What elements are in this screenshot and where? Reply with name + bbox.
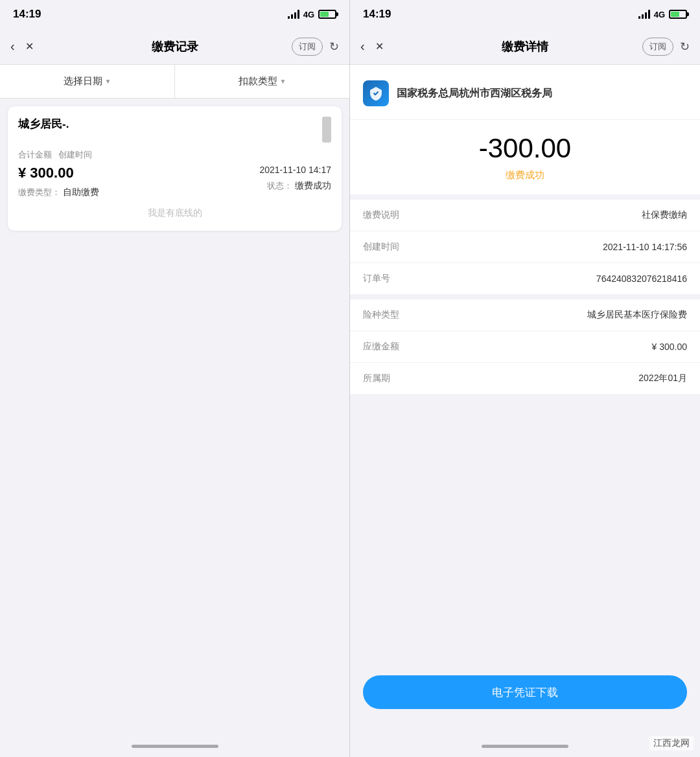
right-back-button[interactable]: ‹ [360, 39, 365, 54]
detail-item-time: 创建时间 2021-11-10 14:17:56 [350, 231, 700, 263]
network-label: 4G [303, 10, 314, 19]
right-network-label: 4G [654, 10, 665, 19]
left-refresh-button[interactable]: ↻ [329, 40, 339, 54]
detail-item-period: 所属期 2022年01月 [350, 363, 700, 394]
detail-label-time: 创建时间 [363, 241, 415, 253]
right-status-bar: 14:19 4G [350, 0, 700, 29]
detail-item-desc: 缴费说明 社保费缴纳 [350, 200, 700, 231]
pay-type-value: 自助缴费 [63, 187, 99, 198]
left-panel: 14:19 4G ‹ ✕ 缴费记录 订阅 ↻ 选择日期 [0, 0, 350, 757]
detail-value-instype: 城乡居民基本医疗保险费 [587, 309, 687, 321]
right-nav-title: 缴费详情 [502, 39, 548, 54]
right-nav-bar: ‹ ✕ 缴费详情 订阅 ↻ [350, 29, 700, 65]
detail-label-desc: 缴费说明 [363, 209, 415, 221]
record-card[interactable]: 城乡居民-. 合计金额 创建时间 ¥ 300.00 缴费类型： 自助缴费 202… [8, 106, 342, 231]
detail-label-period: 所属期 [363, 373, 415, 384]
detail-value-order: 764240832076218416 [596, 274, 687, 284]
signal-icon [288, 10, 299, 19]
right-status-icons: 4G [638, 10, 687, 19]
card-meta: ¥ 300.00 缴费类型： 自助缴费 2021-11-10 14:17 状态：… [18, 165, 331, 198]
card-thumb [322, 117, 331, 143]
left-close-button[interactable]: ✕ [25, 40, 34, 52]
left-home-indicator [0, 735, 349, 757]
filter-bar: 选择日期 ▼ 扣款类型 ▼ [0, 65, 349, 99]
left-nav-right: 订阅 ↻ [292, 38, 339, 56]
detail-item-order: 订单号 764240832076218416 [350, 263, 700, 294]
amount-label: 合计金额 [18, 149, 52, 161]
detail-pay-status: 缴费成功 [363, 169, 687, 181]
merchant-section: 国家税务总局杭州市西湖区税务局 [350, 65, 700, 120]
bottom-area: 电子凭证下载 [350, 394, 700, 735]
detail-section-2: 险种类型 城乡居民基本医疗保险费 应缴金额 ¥ 300.00 所属期 2022年… [350, 299, 700, 394]
right-battery-icon [669, 10, 687, 19]
amount-row: 合计金额 创建时间 [18, 149, 331, 161]
detail-value-period: 2022年01月 [638, 373, 687, 384]
left-status-time: 14:19 [13, 8, 41, 21]
right-home-indicator [350, 735, 700, 757]
create-time-value: 2021-11-10 14:17 [259, 165, 331, 175]
right-signal-icon [638, 10, 650, 19]
create-time-label: 创建时间 [58, 149, 92, 161]
left-status-bar: 14:19 4G [0, 0, 349, 29]
detail-amount: -300.00 [363, 133, 687, 164]
detail-value-time: 2021-11-10 14:17:56 [603, 242, 687, 252]
detail-section-1: 缴费说明 社保费缴纳 创建时间 2021-11-10 14:17:56 订单号 … [350, 200, 700, 294]
battery-icon [318, 10, 336, 19]
detail-divider [350, 294, 700, 299]
right-status-time: 14:19 [363, 8, 391, 21]
left-nav-left: ‹ ✕ [10, 39, 34, 54]
detail-value-desc: 社保费缴纳 [642, 209, 687, 221]
detail-item-payamount: 应缴金额 ¥ 300.00 [350, 331, 700, 363]
detail-label-order: 订单号 [363, 273, 415, 285]
status-value: 缴费成功 [295, 180, 331, 192]
detail-item-instype: 险种类型 城乡居民基本医疗保险费 [350, 299, 700, 331]
meta-right: 2021-11-10 14:17 状态： 缴费成功 [259, 165, 331, 192]
detail-label-instype: 险种类型 [363, 309, 415, 321]
right-refresh-button[interactable]: ↻ [680, 40, 690, 54]
merchant-logo [363, 80, 389, 106]
merchant-name: 国家税务总局杭州市西湖区税务局 [397, 87, 552, 100]
date-filter[interactable]: 选择日期 ▼ [0, 65, 175, 98]
right-nav-right: 订阅 ↻ [642, 38, 690, 56]
amount-value: ¥ 300.00 [18, 165, 99, 181]
watermark-text: 我是有底线的 [148, 207, 202, 219]
right-subscribe-button[interactable]: 订阅 [642, 38, 673, 56]
left-back-button[interactable]: ‹ [10, 39, 15, 54]
type-filter-chevron: ▼ [280, 78, 286, 85]
meta-left: ¥ 300.00 缴费类型： 自助缴费 [18, 165, 99, 198]
status-label: 状态： [267, 180, 292, 192]
left-status-icons: 4G [288, 10, 336, 19]
left-nav-title: 缴费记录 [152, 39, 198, 54]
date-filter-chevron: ▼ [105, 78, 111, 85]
site-watermark: 江西龙网 [649, 736, 694, 751]
type-filter[interactable]: 扣款类型 ▼ [175, 65, 349, 98]
detail-label-payamount: 应缴金额 [363, 341, 415, 353]
left-nav-bar: ‹ ✕ 缴费记录 订阅 ↻ [0, 29, 349, 65]
amount-section: -300.00 缴费成功 [350, 120, 700, 200]
right-nav-left: ‹ ✕ [360, 39, 384, 54]
right-panel: 14:19 4G ‹ ✕ 缴费详情 订阅 ↻ [350, 0, 700, 757]
right-close-button[interactable]: ✕ [375, 40, 384, 52]
card-name: 城乡居民-. [18, 117, 69, 132]
left-subscribe-button[interactable]: 订阅 [292, 38, 323, 56]
pay-type-label: 缴费类型： [18, 187, 60, 198]
detail-value-payamount: ¥ 300.00 [652, 342, 688, 352]
card-header: 城乡居民-. [18, 117, 331, 143]
download-button[interactable]: 电子凭证下载 [363, 675, 687, 709]
